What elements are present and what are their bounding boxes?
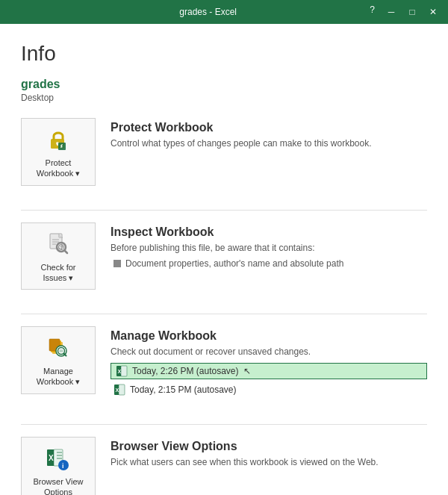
svg-text:?: ? — [60, 245, 63, 250]
page-title: Info — [21, 42, 427, 66]
inspect-section: ? Check forIssues ▾ Inspect Workbook Bef… — [21, 222, 427, 302]
inspect-bullet-1: Document properties, author's name and a… — [113, 258, 427, 269]
file-name: grades — [21, 78, 427, 91]
browser-icon: X i — [43, 443, 73, 473]
svg-line-10 — [65, 250, 68, 253]
divider-1 — [21, 210, 427, 211]
svg-rect-2 — [57, 143, 58, 146]
lock-icon — [43, 125, 73, 155]
protect-btn-label: ProtectWorkbook ▾ — [37, 158, 80, 179]
browser-title: Browser View Options — [111, 440, 427, 453]
autosave-item-2[interactable]: X Today, 2:15 PM (autosave) — [111, 382, 427, 397]
window-controls: ? ─ □ ✕ — [365, 3, 442, 21]
inspect-desc: Before publishing this file, be aware th… — [111, 242, 427, 255]
inspect-content: Inspect Workbook Before publishing this … — [111, 222, 427, 270]
svg-text:X: X — [116, 387, 119, 393]
manage-workbook-button[interactable]: ManageWorkbook ▾ — [21, 326, 96, 394]
excel-icon-2: X — [113, 384, 125, 396]
browser-content: Browser View Options Pick what users can… — [111, 437, 427, 473]
svg-rect-24 — [119, 385, 125, 395]
excel-icon-1: X — [116, 365, 128, 377]
manage-desc: Check out document or recover unsaved ch… — [111, 346, 427, 358]
svg-text:i: i — [62, 462, 64, 470]
divider-2 — [21, 314, 427, 314]
manage-title: Manage Workbook — [111, 329, 427, 343]
close-button[interactable]: ✕ — [424, 3, 442, 21]
info-panel: Info grades Desktop Prot — [0, 24, 448, 495]
inspect-btn-label: Check forIssues ▾ — [40, 262, 75, 284]
browser-view-button[interactable]: X i Browser ViewOptions — [21, 437, 96, 495]
title-bar: grades - Excel ? ─ □ ✕ — [0, 0, 448, 24]
bullet-square-icon — [113, 260, 121, 267]
svg-rect-21 — [121, 366, 127, 376]
manage-content: Manage Workbook Check out document or re… — [111, 326, 427, 400]
cursor-icon: ↖ — [243, 366, 251, 376]
svg-text:X: X — [118, 369, 122, 374]
help-button[interactable]: ? — [365, 3, 379, 21]
maximize-button[interactable]: □ — [403, 3, 421, 21]
browser-desc: Pick what users can see when this workbo… — [111, 456, 427, 469]
inspect-title: Inspect Workbook — [111, 225, 427, 239]
manage-icon — [43, 333, 73, 363]
file-location: Desktop — [21, 93, 427, 103]
protect-content: Protect Workbook Control what types of c… — [111, 118, 427, 155]
manage-btn-label: ManageWorkbook ▾ — [37, 366, 80, 387]
window-title: grades - Excel — [51, 7, 365, 17]
minimize-button[interactable]: ─ — [382, 3, 400, 21]
svg-text:X: X — [49, 454, 54, 462]
browser-btn-label: Browser ViewOptions — [33, 476, 83, 495]
manage-section: ManageWorkbook ▾ Manage Workbook Check o… — [21, 326, 427, 412]
autosave-label-2: Today, 2:15 PM (autosave) — [130, 385, 237, 395]
divider-3 — [21, 424, 427, 425]
autosave-label-1: Today, 2:26 PM (autosave) — [132, 366, 239, 376]
inspect-icon: ? — [43, 229, 73, 259]
protect-desc: Control what types of changes people can… — [111, 137, 427, 150]
autosave-item-1[interactable]: X Today, 2:26 PM (autosave) ↖ — [111, 363, 427, 379]
check-issues-button[interactable]: ? Check forIssues ▾ — [21, 222, 96, 290]
protect-section: ProtectWorkbook ▾ Protect Workbook Contr… — [21, 118, 427, 198]
protect-title: Protect Workbook — [111, 121, 427, 134]
browser-section: X i Browser ViewOptions Browser View Opt… — [21, 437, 427, 495]
protect-workbook-button[interactable]: ProtectWorkbook ▾ — [21, 118, 96, 186]
